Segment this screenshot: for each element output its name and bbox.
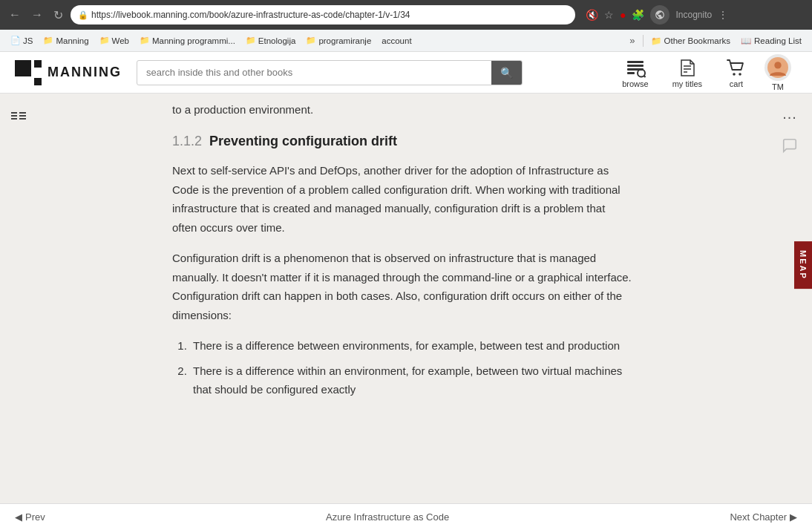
bookmark-programiranje-label: programiranje xyxy=(318,36,371,45)
bookmark-account-label: account xyxy=(382,36,411,45)
profile-avatar[interactable] xyxy=(650,5,669,24)
profile-label: TM xyxy=(772,82,784,91)
list: There is a difference between environmen… xyxy=(190,336,632,399)
bookmark-manning-prog-label: Manning programmi... xyxy=(152,36,235,45)
svg-rect-13 xyxy=(11,112,17,114)
bookmark-star-icon[interactable]: ☆ xyxy=(604,9,614,21)
svg-rect-18 xyxy=(19,118,26,120)
incognito-label: Incognito xyxy=(675,10,712,20)
search-input[interactable] xyxy=(137,67,491,78)
back-button[interactable]: ← xyxy=(6,5,24,24)
cart-label: cart xyxy=(730,79,743,88)
more-actions-button[interactable]: ··· xyxy=(782,108,797,125)
paragraph2: Configuration drift is a phenomenon that… xyxy=(172,249,632,324)
logo-sq-small2 xyxy=(34,78,42,85)
toc-toggle-button[interactable] xyxy=(10,108,27,129)
extension-icon1[interactable]: ● xyxy=(620,9,626,21)
refresh-button[interactable]: ↻ xyxy=(50,5,66,25)
manning-bookmark-icon: 📁 xyxy=(43,36,53,45)
prev-label: Prev xyxy=(25,511,45,523)
svg-point-10 xyxy=(739,73,741,76)
svg-rect-3 xyxy=(627,72,635,74)
extension-icon2[interactable]: 🧩 xyxy=(632,9,644,21)
manning-prog-icon: 📁 xyxy=(140,36,150,45)
menu-icon[interactable]: ⋮ xyxy=(718,9,728,21)
reading-list-icon: 📖 xyxy=(741,36,751,46)
mute-icon[interactable]: 🔇 xyxy=(586,9,598,21)
manning-logo[interactable]: MANNING xyxy=(15,60,122,85)
logo-sq-large xyxy=(15,60,31,76)
my-titles-nav-item[interactable]: my titles xyxy=(661,57,714,88)
next-arrow-icon: ▶ xyxy=(790,511,797,523)
intro-paragraph: to a production environment. xyxy=(172,101,632,119)
programiranje-icon: 📁 xyxy=(306,36,316,45)
bookmarks-bar: 📄 JS 📁 Manning 📁 Web 📁 Manning programmi… xyxy=(0,30,812,52)
next-label: Next Chapter xyxy=(730,511,787,523)
book-title: Azure Infrastructure as Code xyxy=(326,511,449,523)
search-button[interactable]: 🔍 xyxy=(491,61,522,85)
cart-nav-item[interactable]: cart xyxy=(714,57,759,88)
bookmark-account[interactable]: account xyxy=(377,34,416,48)
browser-actions: 🔇 ☆ ● 🧩 Incognito ⋮ xyxy=(586,5,728,24)
browse-label: browse xyxy=(622,79,648,88)
bookmark-js[interactable]: 📄 JS xyxy=(6,33,37,48)
svg-point-9 xyxy=(733,73,736,76)
js-bookmark-icon: 📄 xyxy=(10,36,21,45)
search-bar: 🔍 xyxy=(137,60,523,85)
svg-rect-14 xyxy=(11,115,17,117)
svg-line-5 xyxy=(644,76,645,77)
next-chapter-button[interactable]: Next Chapter ▶ xyxy=(730,511,797,523)
forward-button[interactable]: → xyxy=(28,5,46,24)
svg-point-12 xyxy=(774,62,781,68)
browse-nav-item[interactable]: browse xyxy=(610,57,660,88)
bookmark-web[interactable]: 📁 Web xyxy=(95,33,134,48)
svg-rect-17 xyxy=(19,115,26,117)
nav-icons: browse my titles cart xyxy=(610,54,797,91)
sidebar-toggle xyxy=(0,94,37,530)
address-bar[interactable]: 🔒 https://livebook.manning.com/book/azur… xyxy=(71,5,575,24)
bottom-bar: ◀ Prev Azure Infrastructure as Code Next… xyxy=(0,503,812,530)
reading-list[interactable]: 📖 Reading List xyxy=(736,33,806,48)
other-bookmarks[interactable]: 📁 Other Bookmarks xyxy=(646,33,735,48)
prev-arrow-icon: ◀ xyxy=(15,511,22,523)
svg-rect-1 xyxy=(627,65,644,67)
my-titles-label: my titles xyxy=(672,79,702,88)
logo-text: MANNING xyxy=(48,65,122,80)
web-bookmark-icon: 📁 xyxy=(99,36,110,45)
bookmark-etnologija-label: Etnologija xyxy=(258,36,296,45)
bookmark-js-label: JS xyxy=(23,36,33,45)
section-number: 1.1.2 xyxy=(172,134,202,148)
section-heading: 1.1.2 Preventing configuration drift xyxy=(172,134,632,149)
logo-squares xyxy=(15,60,42,85)
comment-button[interactable] xyxy=(782,137,798,157)
logo-sq-small1 xyxy=(34,60,42,68)
bookmark-manning-label: Manning xyxy=(56,36,88,45)
browser-chrome: ← → ↻ 🔒 https://livebook.manning.com/boo… xyxy=(0,0,812,30)
user-avatar xyxy=(764,54,791,81)
right-sidebar: ··· xyxy=(767,94,812,530)
bookmark-manning-programmi[interactable]: 📁 Manning programmi... xyxy=(135,33,240,48)
url-text: https://livebook.manning.com/book/azure-… xyxy=(91,10,410,20)
prev-button[interactable]: ◀ Prev xyxy=(15,511,45,523)
list-item-2: There is a difference within an environm… xyxy=(190,361,632,399)
bookmark-etnologija[interactable]: 📁 Etnologija xyxy=(241,33,301,48)
browse-icon xyxy=(625,57,646,78)
svg-rect-15 xyxy=(11,118,17,120)
bookmark-programiranje[interactable]: 📁 programiranje xyxy=(301,33,376,48)
meap-banner[interactable]: MEAP xyxy=(794,241,812,289)
bookmarks-divider xyxy=(643,35,644,47)
manning-nav: MANNING 🔍 browse xyxy=(0,52,812,94)
svg-rect-0 xyxy=(627,61,644,63)
list-item-1: There is a difference between environmen… xyxy=(190,336,632,356)
main-content: to a production environment. 1.1.2 Preve… xyxy=(37,94,767,530)
content-area: to a production environment. 1.1.2 Preve… xyxy=(172,94,632,530)
bookmark-web-label: Web xyxy=(112,36,129,45)
bookmark-manning[interactable]: 📁 Manning xyxy=(39,33,93,48)
other-bookmarks-icon: 📁 xyxy=(651,36,661,46)
bookmarks-more-button[interactable]: » xyxy=(625,33,639,48)
svg-rect-16 xyxy=(19,112,26,114)
cart-icon xyxy=(726,57,747,78)
section-title: Preventing configuration drift xyxy=(209,134,397,148)
profile-nav-item[interactable]: TM xyxy=(759,54,797,91)
lock-icon: 🔒 xyxy=(78,10,88,20)
